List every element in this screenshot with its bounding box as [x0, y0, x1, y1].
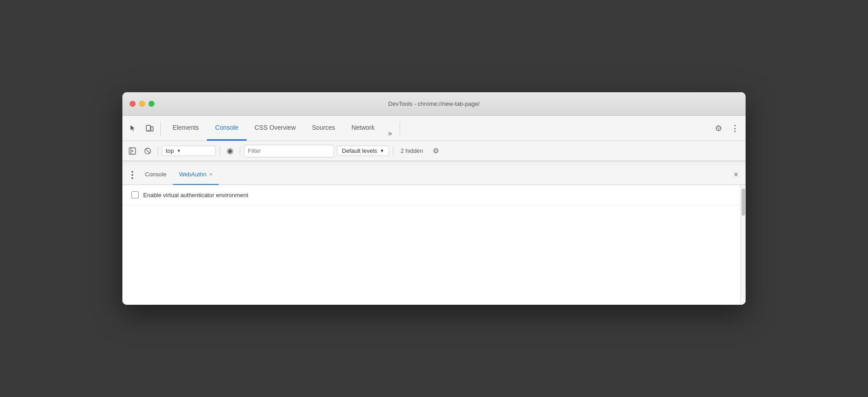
console-toolbar-divider4	[393, 146, 393, 156]
eye-icon-button[interactable]: ◉	[224, 145, 236, 157]
traffic-lights	[130, 101, 154, 107]
svg-rect-1	[151, 127, 153, 131]
filter-input[interactable]	[244, 145, 334, 157]
webauthn-panel: Enable virtual authenticator environment	[122, 185, 740, 305]
drawer-tab-bar: Console WebAuthn × ×	[122, 165, 746, 185]
hidden-count: 2 hidden	[397, 147, 427, 154]
console-toolbar: top ▼ ◉ Default levels ▼ 2 hidden ⚙	[122, 141, 746, 161]
drawer: Console WebAuthn × × Enable virtual auth…	[122, 165, 746, 305]
levels-dropdown-icon: ▼	[380, 148, 384, 153]
more-options-button[interactable]: ⋮	[728, 121, 742, 136]
tab-elements[interactable]: Elements	[164, 115, 207, 141]
enable-authenticator-checkbox[interactable]	[131, 191, 139, 198]
cursor-icon-button[interactable]	[126, 121, 140, 136]
tab-network[interactable]: Network	[343, 115, 383, 141]
webauthn-content-area: Enable virtual authenticator environment	[122, 185, 746, 305]
scrollbar-thumb[interactable]	[742, 189, 745, 216]
enable-authenticator-row: Enable virtual authenticator environment	[122, 185, 740, 205]
context-selector[interactable]: top ▼	[162, 146, 216, 156]
drawer-more-button[interactable]	[126, 169, 139, 181]
toolbar-left-icons	[126, 121, 161, 136]
tab-css-overview[interactable]: CSS Overview	[247, 115, 304, 141]
scrollbar-track[interactable]	[740, 185, 746, 305]
enable-authenticator-label: Enable virtual authenticator environment	[143, 192, 248, 198]
device-mode-icon-button[interactable]	[142, 121, 157, 136]
svg-marker-5	[132, 150, 134, 152]
titlebar: DevTools - chrome://new-tab-page/	[122, 92, 746, 116]
settings-icon-button[interactable]: ⚙	[711, 121, 726, 136]
close-drawer-button[interactable]: ×	[730, 168, 742, 181]
webauthn-empty-area	[122, 205, 740, 305]
close-webauthn-tab[interactable]: ×	[209, 171, 212, 178]
toolbar-right: ⚙ ⋮	[711, 121, 742, 136]
window-title: DevTools - chrome://new-tab-page/	[388, 100, 480, 107]
maximize-button[interactable]	[149, 101, 154, 107]
drawer-tab-webauthn[interactable]: WebAuthn ×	[173, 165, 219, 185]
console-toolbar-divider3	[240, 146, 240, 156]
tab-sources[interactable]: Sources	[304, 115, 343, 141]
context-dropdown-icon: ▼	[177, 148, 181, 153]
console-settings-button[interactable]: ⚙	[429, 145, 442, 157]
console-toolbar-divider2	[219, 146, 220, 156]
main-toolbar: Elements Console CSS Overview Sources Ne…	[122, 116, 746, 141]
tab-console[interactable]: Console	[207, 115, 246, 141]
console-toolbar-divider	[158, 146, 158, 156]
minimize-button[interactable]	[139, 101, 145, 107]
toolbar-divider	[400, 122, 400, 135]
log-levels-selector[interactable]: Default levels ▼	[337, 146, 389, 156]
clear-console-button[interactable]	[141, 145, 154, 157]
main-tabs: Elements Console CSS Overview Sources Ne…	[164, 116, 397, 141]
devtools-window: DevTools - chrome://new-tab-page/ Elemen…	[122, 92, 746, 305]
svg-line-7	[145, 149, 150, 153]
more-tabs-button[interactable]: »	[383, 126, 397, 141]
close-button[interactable]	[130, 101, 135, 107]
show-console-sidebar-button[interactable]	[126, 145, 139, 157]
drawer-tab-console[interactable]: Console	[139, 165, 173, 185]
